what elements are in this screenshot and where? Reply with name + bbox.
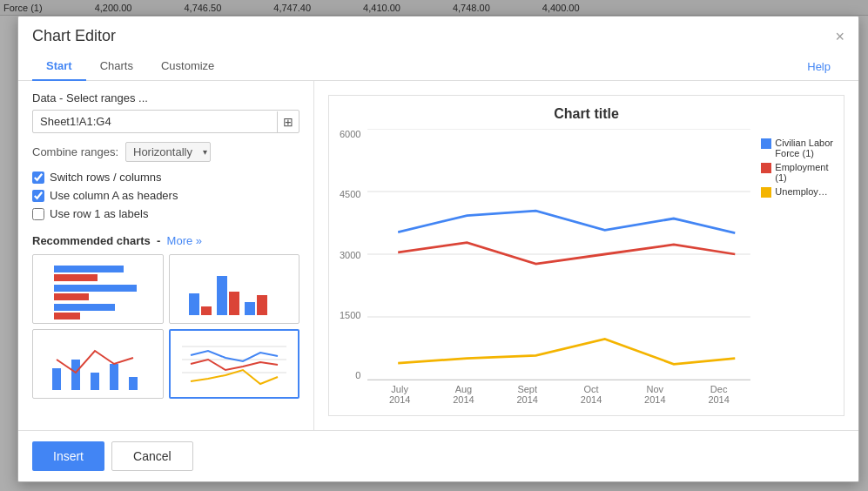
tab-charts[interactable]: Charts	[86, 52, 147, 81]
tabs-row: Start Charts Customize Help	[18, 52, 858, 81]
svg-rect-3	[54, 293, 89, 300]
y-label-1500: 1500	[340, 310, 360, 320]
switch-rows-checkbox[interactable]	[32, 172, 44, 184]
tab-start[interactable]: Start	[32, 52, 86, 81]
chart-main: July2014 Aug2014 Sept2014 Oct2014 Nov201…	[367, 129, 750, 405]
dialog-footer: Insert Cancel	[18, 430, 858, 481]
svg-rect-9	[229, 292, 239, 315]
svg-rect-15	[110, 364, 118, 390]
use-row-1-label[interactable]: Use row 1 as labels	[50, 207, 148, 220]
recommended-section: Recommended charts - More »	[32, 234, 299, 399]
legend-item-unemploy: Unemploy…	[761, 186, 833, 198]
combine-label: Combine ranges:	[32, 145, 118, 158]
chart-plot	[367, 129, 750, 380]
svg-rect-5	[54, 313, 80, 319]
data-label: Data - Select ranges ...	[32, 91, 299, 104]
x-axis: July2014 Aug2014 Sept2014 Oct2014 Nov201…	[367, 380, 750, 405]
x-label-oct: Oct2014	[581, 384, 602, 405]
svg-rect-10	[245, 302, 255, 315]
svg-rect-0	[54, 266, 124, 272]
svg-rect-12	[52, 368, 61, 390]
switch-rows-row: Switch rows / columns	[32, 171, 299, 184]
use-column-a-checkbox[interactable]	[32, 190, 44, 202]
use-column-a-label[interactable]: Use column A as headers	[50, 189, 178, 202]
combine-dropdown[interactable]: Horizontally Vertically	[125, 142, 211, 162]
tabs: Start Charts Customize	[32, 52, 228, 80]
cancel-button[interactable]: Cancel	[111, 441, 193, 471]
legend-label-civilian: Civilian LaborForce (1)	[775, 138, 833, 158]
x-label-aug: Aug2014	[453, 384, 474, 405]
svg-rect-13	[71, 360, 80, 390]
range-input[interactable]	[33, 111, 277, 132]
y-label-6000: 6000	[340, 129, 360, 139]
x-label-july: July2014	[389, 384, 410, 405]
thumb-line[interactable]	[169, 329, 300, 399]
combine-row: Combine ranges: Horizontally Vertically …	[32, 142, 299, 162]
close-button[interactable]: ×	[835, 29, 844, 44]
x-label-dec: Dec2014	[708, 384, 729, 405]
dialog-content: Data - Select ranges ... ⊞ Combine range…	[18, 81, 858, 430]
thumb-horizontal-bar[interactable]	[32, 254, 164, 324]
y-axis: 6000 4500 3000 1500 0	[340, 129, 367, 405]
y-label-4500: 4500	[340, 189, 360, 199]
chart-editor-dialog: Chart Editor × Start Charts Customize He…	[17, 16, 859, 482]
use-column-a-row: Use column A as headers	[32, 189, 299, 202]
x-label-nov: Nov2014	[644, 384, 665, 405]
svg-rect-7	[201, 306, 212, 315]
chart-title: Chart title	[554, 106, 619, 122]
help-link[interactable]: Help	[793, 53, 844, 80]
svg-rect-4	[54, 304, 115, 311]
thumb-combo[interactable]	[32, 329, 164, 399]
svg-rect-8	[217, 276, 227, 315]
svg-rect-14	[91, 373, 99, 390]
use-row-1-row: Use row 1 as labels	[32, 207, 299, 220]
y-label-0: 0	[355, 370, 360, 380]
chart-container: 6000 4500 3000 1500 0	[340, 129, 833, 405]
switch-rows-label[interactable]: Switch rows / columns	[50, 171, 162, 184]
thumb-vertical-bar[interactable]	[169, 254, 300, 324]
svg-rect-16	[129, 377, 138, 390]
right-panel: Chart title 6000 4500 3000 1500 0	[314, 81, 858, 430]
combine-dropdown-wrap: Horizontally Vertically ▾	[125, 142, 211, 162]
legend-color-employment	[761, 163, 771, 173]
svg-rect-11	[257, 295, 267, 315]
svg-rect-2	[54, 285, 137, 292]
svg-rect-1	[54, 274, 98, 281]
legend-item-employment: Employment(1)	[761, 162, 833, 183]
y-label-3000: 3000	[340, 250, 360, 260]
legend-color-civilian	[761, 138, 771, 149]
legend: Civilian LaborForce (1) Employment(1) Un…	[750, 129, 833, 405]
insert-button[interactable]: Insert	[32, 441, 104, 471]
use-row-1-checkbox[interactable]	[32, 208, 44, 220]
more-link[interactable]: More »	[167, 234, 202, 247]
recommended-label: Recommended charts - More »	[32, 234, 299, 247]
range-input-row: ⊞	[32, 110, 299, 133]
legend-label-employment: Employment(1)	[775, 162, 828, 183]
tab-customize[interactable]: Customize	[147, 52, 228, 81]
chart-area: Chart title 6000 4500 3000 1500 0	[328, 95, 844, 416]
x-label-sept: Sept2014	[516, 384, 537, 405]
legend-color-unemploy	[761, 187, 771, 198]
legend-item-civilian: Civilian LaborForce (1)	[761, 138, 833, 158]
chart-thumbnails	[32, 254, 299, 399]
legend-label-unemploy: Unemploy…	[775, 186, 828, 197]
dialog-title: Chart Editor	[32, 27, 116, 45]
dialog-header: Chart Editor ×	[18, 17, 858, 52]
grid-icon[interactable]: ⊞	[277, 111, 299, 132]
left-panel: Data - Select ranges ... ⊞ Combine range…	[18, 81, 314, 430]
svg-rect-6	[189, 293, 199, 315]
